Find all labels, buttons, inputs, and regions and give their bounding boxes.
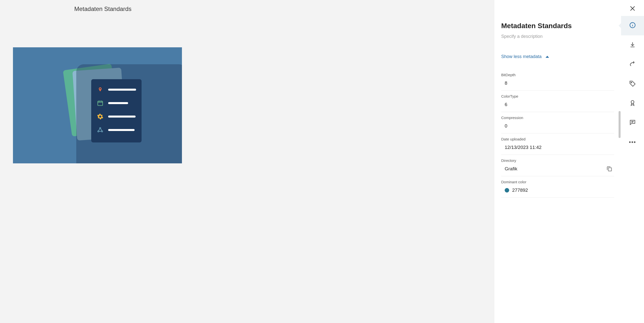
copy-button[interactable]	[606, 166, 612, 172]
metadata-value: 8	[501, 80, 614, 86]
pin-icon	[97, 86, 104, 93]
tag-button[interactable]	[621, 74, 644, 94]
metadata-value-text: 0	[505, 123, 508, 129]
metadata-label: ColorType	[501, 94, 614, 98]
scrollbar-thumb[interactable]	[618, 111, 620, 138]
metadata-value: 277892	[501, 188, 614, 193]
card-line	[108, 129, 134, 131]
detail-title: Metadaten Standards	[501, 22, 614, 30]
preview-column: Metadaten Standards	[0, 0, 494, 323]
svg-point-2	[98, 131, 99, 132]
toggle-metadata-label: Show less metadata	[501, 54, 542, 59]
svg-rect-4	[608, 168, 612, 171]
metadata-value-text: 6	[505, 102, 508, 107]
metadata-value-text: 277892	[512, 188, 528, 193]
share-icon	[629, 60, 636, 68]
svg-point-3	[102, 131, 103, 132]
comment-icon	[629, 119, 636, 127]
download-icon	[629, 41, 636, 49]
metadata-item: Compression0	[501, 112, 614, 133]
preview-image-wrap	[0, 12, 494, 163]
metadata-list: BitDepth8ColorType6Compression0Date uplo…	[501, 69, 614, 198]
metadata-item: Dominant color277892	[501, 176, 614, 198]
metadata-value: 6	[501, 102, 614, 107]
detail-panel: Metadaten Standards Specify a descriptio…	[494, 0, 621, 323]
more-button[interactable]: •••	[621, 132, 644, 152]
metadata-label: BitDepth	[501, 73, 614, 77]
detail-scroll[interactable]: Metadaten Standards Specify a descriptio…	[494, 0, 621, 323]
metadata-label: Compression	[501, 116, 614, 120]
info-button[interactable]	[621, 16, 644, 35]
metadata-value-text: 12/13/2023 11:42	[505, 145, 542, 150]
gear-icon	[97, 113, 104, 120]
award-button[interactable]	[621, 94, 644, 113]
svg-point-6	[631, 82, 632, 83]
award-icon	[629, 99, 636, 107]
comment-button[interactable]	[621, 113, 644, 132]
metadata-value-text: 8	[505, 80, 508, 86]
more-icon: •••	[629, 139, 636, 145]
metadata-value-text: Grafik	[505, 166, 518, 172]
nodes-icon	[97, 126, 104, 133]
right-rail: •••	[621, 0, 644, 323]
metadata-item: ColorType6	[501, 91, 614, 112]
tag-icon	[629, 80, 636, 88]
preview-title: Metadaten Standards	[0, 0, 494, 12]
metadata-value: Grafik	[501, 166, 614, 172]
preview-image	[13, 47, 182, 163]
info-icon	[629, 22, 636, 30]
caret-up-icon	[546, 56, 549, 58]
metadata-value: 0	[501, 123, 614, 129]
metadata-label: Date uploaded	[501, 137, 614, 141]
card-line	[108, 89, 136, 91]
svg-rect-0	[98, 101, 103, 105]
share-button[interactable]	[621, 55, 644, 74]
metadata-label: Dominant color	[501, 180, 614, 184]
card-front	[91, 79, 142, 142]
calendar-icon	[97, 100, 104, 107]
close-button[interactable]	[628, 3, 638, 13]
metadata-item: DirectoryGrafik	[501, 155, 614, 176]
card-line	[108, 102, 128, 104]
metadata-item: BitDepth8	[501, 69, 614, 91]
app-root: Metadaten Standards	[0, 0, 644, 323]
svg-point-7	[631, 101, 634, 104]
download-button[interactable]	[621, 35, 644, 55]
color-swatch	[505, 188, 509, 193]
description-input[interactable]: Specify a description	[501, 34, 614, 39]
toggle-metadata-button[interactable]: Show less metadata	[501, 54, 614, 59]
metadata-item: Date uploaded12/13/2023 11:42	[501, 133, 614, 155]
metadata-value: 12/13/2023 11:42	[501, 145, 614, 150]
card-line	[108, 116, 136, 118]
metadata-label: Directory	[501, 158, 614, 163]
